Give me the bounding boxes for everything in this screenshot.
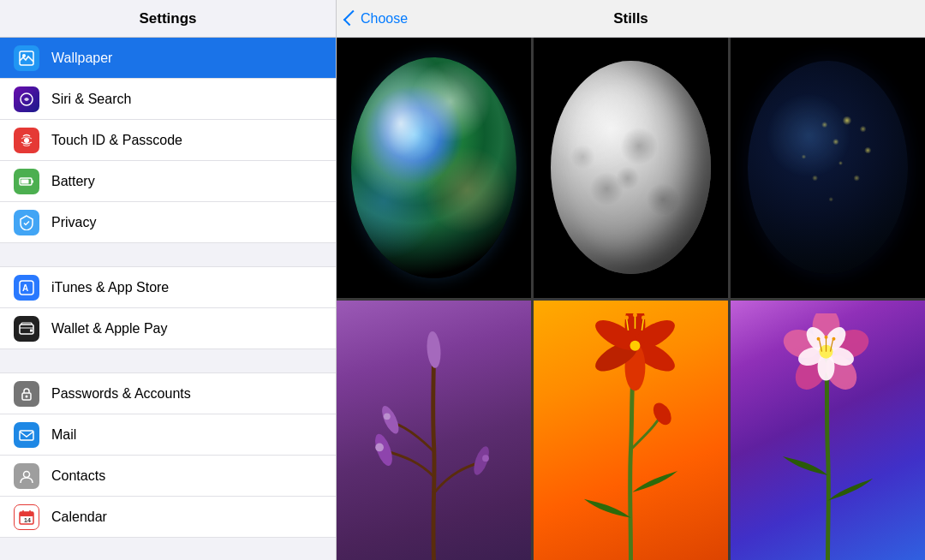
sidebar-item-siri[interactable]: Siri & Search	[0, 79, 336, 120]
svg-point-21	[471, 444, 492, 477]
sidebar-item-privacy[interactable]: Privacy	[0, 202, 336, 243]
back-button[interactable]: Choose	[337, 11, 418, 27]
sidebar-item-mail[interactable]: Mail	[0, 414, 336, 456]
wallpaper-night-earth[interactable]	[731, 38, 925, 298]
svg-point-15	[24, 471, 30, 477]
sidebar-item-itunes[interactable]: A iTunes & App Store	[0, 267, 336, 308]
sidebar-list: Wallpaper Siri & Search	[0, 38, 336, 560]
svg-rect-6	[21, 179, 29, 183]
wallpaper-earth[interactable]	[337, 38, 531, 298]
back-label: Choose	[361, 11, 408, 27]
sidebar-item-label: Touch ID & Passcode	[51, 133, 182, 148]
svg-point-20	[379, 403, 402, 436]
svg-point-38	[642, 315, 646, 319]
main-header: Choose Stills	[337, 0, 925, 38]
svg-rect-17	[20, 512, 33, 516]
sidebar-item-wallet[interactable]: Wallet & Apple Pay	[0, 308, 336, 349]
svg-rect-10	[20, 327, 33, 329]
sidebar-item-label: Privacy	[51, 215, 96, 230]
sidebar: Settings Wallpaper Siri & Search	[0, 0, 337, 560]
sidebar-item-calendar[interactable]: 14 Calendar	[0, 497, 336, 538]
svg-point-34	[624, 315, 629, 319]
svg-text:A: A	[22, 283, 28, 293]
svg-point-32	[630, 341, 641, 351]
sidebar-title: Settings	[139, 10, 196, 27]
sidebar-item-label: Contacts	[51, 468, 105, 484]
wallpaper-flower1[interactable]	[337, 301, 531, 561]
sidebar-item-label: Wallpaper	[51, 51, 112, 66]
sidebar-item-wallpaper[interactable]: Wallpaper	[0, 38, 336, 79]
main-content: Choose Stills	[337, 0, 925, 560]
sidebar-header: Settings	[0, 0, 336, 38]
passwords-icon	[14, 381, 39, 407]
svg-point-3	[24, 138, 29, 143]
sidebar-item-label: Battery	[51, 174, 95, 189]
siri-icon	[14, 86, 39, 112]
sidebar-item-label: iTunes & App Store	[51, 280, 169, 295]
svg-point-25	[482, 455, 489, 462]
mail-icon	[14, 422, 39, 448]
svg-point-54	[832, 337, 835, 341]
itunes-icon: A	[14, 275, 39, 301]
svg-point-22	[426, 331, 442, 368]
section-divider	[0, 243, 336, 267]
sidebar-item-label: Mail	[51, 427, 76, 443]
svg-rect-14	[20, 431, 33, 440]
sidebar-item-label: Passwords & Accounts	[51, 386, 191, 402]
svg-text:14: 14	[24, 517, 31, 523]
privacy-icon	[14, 210, 39, 235]
sidebar-item-battery[interactable]: Battery	[0, 161, 336, 202]
sidebar-item-passwords[interactable]: Passwords & Accounts	[0, 373, 336, 414]
svg-rect-5	[32, 180, 33, 182]
svg-point-13	[26, 395, 28, 397]
touchid-icon	[14, 128, 39, 153]
main-title: Stills	[613, 10, 648, 27]
wallpaper-grid	[337, 38, 925, 560]
svg-point-23	[375, 443, 384, 451]
svg-rect-11	[30, 329, 33, 331]
svg-point-39	[650, 399, 675, 427]
svg-point-19	[372, 432, 396, 468]
wallpaper-icon	[14, 45, 39, 71]
section-divider-2	[0, 349, 336, 373]
svg-point-52	[825, 336, 828, 339]
sidebar-item-label: Siri & Search	[51, 92, 131, 107]
wallpaper-flower2[interactable]	[534, 301, 728, 561]
wallpaper-moon[interactable]	[534, 38, 728, 298]
sidebar-item-label: Calendar	[51, 509, 107, 525]
svg-point-56	[817, 337, 821, 341]
chevron-left-icon	[343, 9, 359, 25]
wallet-icon	[14, 316, 39, 342]
svg-point-24	[384, 413, 391, 420]
sidebar-item-label: Wallet & Apple Pay	[51, 321, 167, 337]
sidebar-item-touchid[interactable]: Touch ID & Passcode	[0, 120, 336, 161]
battery-icon	[14, 169, 39, 194]
wallpaper-flower3[interactable]	[731, 301, 925, 561]
contacts-icon	[14, 463, 39, 489]
calendar-icon: 14	[14, 504, 39, 530]
sidebar-item-contacts[interactable]: Contacts	[0, 456, 336, 497]
